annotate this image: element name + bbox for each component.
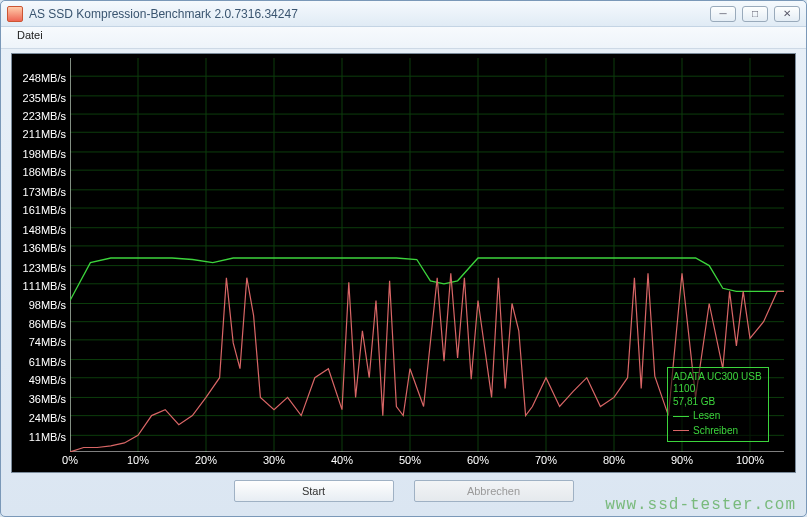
legend-read-swatch (673, 416, 689, 417)
series-read-line (70, 258, 784, 301)
legend-size: 57,81 GB (673, 396, 763, 409)
x-tick-label: 80% (603, 454, 625, 466)
y-tick-label: 74MB/s (29, 336, 66, 348)
legend-read-label: Lesen (693, 410, 720, 423)
window-controls: ─ □ ✕ (710, 6, 800, 22)
y-tick-label: 36MB/s (29, 393, 66, 405)
minimize-button[interactable]: ─ (710, 6, 736, 22)
y-tick-label: 123MB/s (23, 262, 66, 274)
start-button[interactable]: Start (234, 480, 394, 502)
x-tick-label: 10% (127, 454, 149, 466)
y-tick-label: 161MB/s (23, 204, 66, 216)
y-tick-label: 111MB/s (23, 280, 66, 292)
legend-device: ADATA UC300 USB 1100 (673, 371, 763, 396)
legend-write-label: Schreiben (693, 425, 738, 438)
y-tick-label: 223MB/s (23, 110, 66, 122)
y-tick-label: 49MB/s (29, 374, 66, 386)
y-tick-label: 211MB/s (23, 128, 66, 140)
window-title: AS SSD Kompression-Benchmark 2.0.7316.34… (29, 7, 710, 21)
titlebar[interactable]: AS SSD Kompression-Benchmark 2.0.7316.34… (1, 1, 806, 27)
chart-area: 11MB/s24MB/s36MB/s49MB/s61MB/s74MB/s86MB… (11, 53, 796, 473)
watermark: www.ssd-tester.com (605, 496, 796, 514)
x-tick-label: 100% (736, 454, 764, 466)
app-icon (7, 6, 23, 22)
legend-write-swatch (673, 430, 689, 431)
y-tick-label: 198MB/s (23, 148, 66, 160)
x-tick-label: 70% (535, 454, 557, 466)
y-tick-label: 148MB/s (23, 224, 66, 236)
y-tick-label: 11MB/s (29, 431, 66, 443)
maximize-button[interactable]: □ (742, 6, 768, 22)
y-tick-label: 248MB/s (23, 72, 66, 84)
y-axis-labels: 11MB/s24MB/s36MB/s49MB/s61MB/s74MB/s86MB… (16, 58, 68, 452)
y-tick-label: 136MB/s (23, 242, 66, 254)
x-tick-label: 50% (399, 454, 421, 466)
close-button[interactable]: ✕ (774, 6, 800, 22)
x-tick-label: 60% (467, 454, 489, 466)
menu-file[interactable]: Datei (11, 27, 49, 43)
x-tick-label: 30% (263, 454, 285, 466)
x-tick-label: 90% (671, 454, 693, 466)
app-window: AS SSD Kompression-Benchmark 2.0.7316.34… (0, 0, 807, 517)
y-tick-label: 235MB/s (23, 92, 66, 104)
x-tick-label: 0% (62, 454, 78, 466)
y-tick-label: 24MB/s (29, 412, 66, 424)
y-tick-label: 173MB/s (23, 186, 66, 198)
legend: ADATA UC300 USB 1100 57,81 GB Lesen Schr… (667, 367, 769, 443)
x-axis-labels: 0%10%20%30%40%50%60%70%80%90%100% (70, 454, 784, 470)
y-tick-label: 61MB/s (29, 356, 66, 368)
x-tick-label: 20% (195, 454, 217, 466)
x-tick-label: 40% (331, 454, 353, 466)
y-tick-label: 98MB/s (29, 299, 66, 311)
y-tick-label: 186MB/s (23, 166, 66, 178)
cancel-button: Abbrechen (414, 480, 574, 502)
y-tick-label: 86MB/s (29, 318, 66, 330)
menubar: Datei (1, 27, 806, 49)
